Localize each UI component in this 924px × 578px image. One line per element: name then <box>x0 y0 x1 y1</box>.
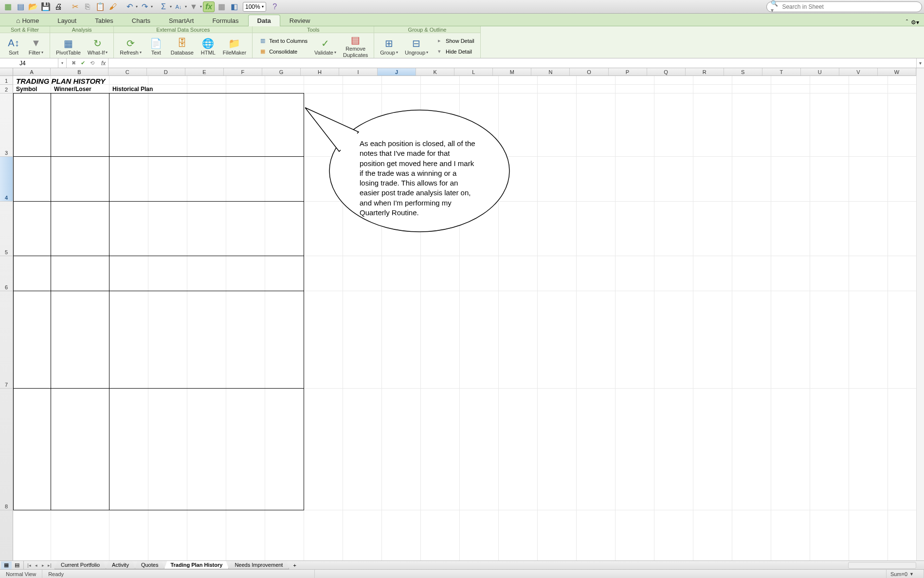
normal-view-icon[interactable]: ▦ <box>1 561 12 569</box>
row-header[interactable]: 5 <box>0 202 13 256</box>
last-sheet-icon[interactable]: ▸| <box>46 563 53 568</box>
new-icon[interactable]: ▤ <box>15 1 26 12</box>
tab-charts[interactable]: Charts <box>123 15 160 26</box>
zoom-selector[interactable]: 100%▾ <box>243 2 266 12</box>
sort-az-button[interactable]: A↓▾ <box>173 1 187 12</box>
column-header[interactable]: I <box>339 68 378 75</box>
paste-icon[interactable]: 📋 <box>94 1 106 12</box>
column-header[interactable]: E <box>185 68 224 75</box>
show-toolbox-icon[interactable]: ▦ <box>216 1 227 12</box>
column-header[interactable]: N <box>531 68 570 75</box>
format-painter-icon[interactable]: 🖌 <box>107 1 119 12</box>
sheet-tab[interactable]: Current Portfolio <box>54 561 106 569</box>
whatif-button[interactable]: ↻What-If▾ <box>85 35 110 58</box>
hide-detail-button[interactable]: ▾Hide Detail <box>432 46 477 57</box>
sheet-tab[interactable]: Trading Plan History <box>164 561 229 569</box>
expand-formula-icon[interactable]: ▾ <box>916 58 924 68</box>
column-header[interactable]: B <box>51 68 109 75</box>
validate-button[interactable]: ✓Validate▾ <box>311 35 339 58</box>
row-header[interactable]: 2 <box>0 85 13 93</box>
sort-button[interactable]: A↕Sort <box>3 35 24 58</box>
column-header[interactable]: A <box>13 68 51 75</box>
filter-quick-button[interactable]: ▼▾ <box>188 1 202 12</box>
first-sheet-icon[interactable]: |◂ <box>26 563 33 568</box>
from-database-button[interactable]: 🗄Database <box>168 35 197 58</box>
accept-formula-icon[interactable]: ✔ <box>79 59 87 67</box>
column-header[interactable]: L <box>454 68 493 75</box>
consolidate-button[interactable]: ▦Consolidate <box>255 46 310 57</box>
search-input[interactable] <box>782 3 918 10</box>
name-box-dropdown[interactable]: ▾ <box>58 58 67 68</box>
help-icon[interactable]: ? <box>269 1 281 12</box>
sheet-tab[interactable]: Needs Improvement <box>228 561 289 569</box>
row-header[interactable]: 1 <box>0 76 13 85</box>
group-button[interactable]: ⊞Group▾ <box>377 35 401 58</box>
ribbon-settings-icon[interactable]: ⚙▾ <box>911 19 919 26</box>
from-html-button[interactable]: 🌐HTML <box>198 35 219 58</box>
pivottable-button[interactable]: ▦PivotTable <box>53 35 84 58</box>
ungroup-button[interactable]: ⊟Ungroup▾ <box>402 35 431 58</box>
tab-formulas[interactable]: Formulas <box>203 15 248 26</box>
page-layout-view-icon[interactable]: ▤ <box>12 561 22 569</box>
tab-home[interactable]: Home <box>7 14 48 26</box>
sum-indicator[interactable]: Sum=0▼ <box>886 570 924 578</box>
select-all-corner[interactable] <box>0 68 13 76</box>
open-icon[interactable]: 📂 <box>27 1 39 12</box>
column-header[interactable]: W <box>878 68 916 75</box>
tab-data[interactable]: Data <box>248 15 280 26</box>
formula-builder-icon[interactable]: ⟲ <box>88 59 96 67</box>
sheet-tab[interactable]: Quotes <box>135 561 164 569</box>
next-sheet-icon[interactable]: ▸ <box>39 563 46 568</box>
tab-tables[interactable]: Tables <box>86 15 123 26</box>
fx-toggle-icon[interactable]: fx <box>203 1 215 12</box>
add-sheet-button[interactable]: + <box>289 561 300 569</box>
column-header[interactable]: J <box>378 68 416 75</box>
column-header[interactable]: Q <box>647 68 686 75</box>
tab-review[interactable]: Review <box>280 15 320 26</box>
filter-button[interactable]: ▼Filter▾ <box>25 35 47 58</box>
prev-sheet-icon[interactable]: ◂ <box>33 563 39 568</box>
autosum-button[interactable]: Σ▾ <box>158 1 172 12</box>
row-header[interactable]: 7 <box>0 291 13 389</box>
vertical-scrollbar[interactable] <box>916 68 924 560</box>
tab-layout[interactable]: Layout <box>48 15 86 26</box>
column-header[interactable]: D <box>147 68 185 75</box>
sheet-tab[interactable]: Activity <box>106 561 135 569</box>
column-header[interactable]: P <box>609 68 647 75</box>
save-icon[interactable]: 💾 <box>40 1 52 12</box>
column-header[interactable]: F <box>224 68 262 75</box>
search-box[interactable]: 🔍▾ <box>766 1 922 12</box>
column-header[interactable]: K <box>416 68 454 75</box>
from-text-button[interactable]: 📄Text <box>145 35 167 58</box>
column-header[interactable]: V <box>839 68 878 75</box>
copy-icon[interactable]: ⎘ <box>82 1 93 12</box>
show-detail-button[interactable]: ▸Show Detail <box>432 36 477 46</box>
text-to-columns-button[interactable]: ▥Text to Columns <box>255 36 310 46</box>
horizontal-scrollbar[interactable] <box>848 562 916 569</box>
row-header[interactable]: 3 <box>0 93 13 157</box>
cancel-formula-icon[interactable]: ✖ <box>70 59 77 67</box>
column-header[interactable]: O <box>570 68 608 75</box>
undo-button[interactable]: ↶▾ <box>124 1 138 12</box>
cut-icon[interactable]: ✂ <box>69 1 81 12</box>
column-header[interactable]: M <box>493 68 531 75</box>
column-header[interactable]: R <box>686 68 724 75</box>
remove-duplicates-button[interactable]: ▤Remove Duplicates <box>340 35 371 58</box>
spreadsheet-grid[interactable]: ABCDEFGHIJKLMNOPQRSTUVW 12345678 TRADING… <box>0 68 924 560</box>
formula-input[interactable] <box>108 58 916 68</box>
cells-area[interactable]: TRADING PLAN HISTORYSymbolWinner/LoserHi… <box>13 76 916 560</box>
column-header[interactable]: C <box>109 68 147 75</box>
refresh-button[interactable]: ⟳Refresh▾ <box>117 35 145 58</box>
column-header[interactable]: S <box>724 68 762 75</box>
column-header[interactable]: U <box>801 68 839 75</box>
column-header[interactable]: T <box>762 68 801 75</box>
tab-smartart[interactable]: SmartArt <box>160 15 203 26</box>
print-icon[interactable]: 🖨 <box>53 1 64 12</box>
row-header[interactable]: 8 <box>0 389 13 510</box>
media-icon[interactable]: ◧ <box>228 1 240 12</box>
column-header[interactable]: H <box>301 68 339 75</box>
row-header[interactable]: 4 <box>0 157 13 202</box>
redo-button[interactable]: ↷▾ <box>139 1 153 12</box>
from-filemaker-button[interactable]: 📁FileMaker <box>220 35 249 58</box>
collapse-ribbon-icon[interactable]: ˆ <box>906 19 908 26</box>
